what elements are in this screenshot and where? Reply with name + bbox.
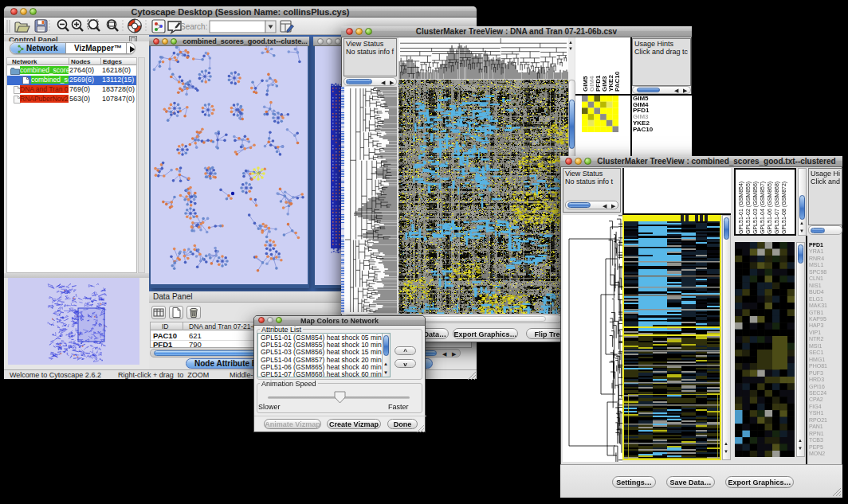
svg-text:GPL51-03 (GSM856): GPL51-03 (GSM856) bbox=[752, 182, 759, 234]
svg-text:GPL51-04 (GSM857): GPL51-04 (GSM857) bbox=[760, 182, 766, 234]
svg-text:GPL51-01 (GSM854): GPL51-01 (GSM854) bbox=[738, 182, 744, 234]
svg-text:GPL51-08 (GSM872): GPL51-08 (GSM872) bbox=[781, 182, 787, 234]
svg-text:GPL51-06 (GSM865): GPL51-06 (GSM865) bbox=[767, 182, 773, 234]
svg-text:GPL51-07 (GSM868): GPL51-07 (GSM868) bbox=[774, 182, 780, 234]
svg-text:GPL51-02 (GSM855): GPL51-02 (GSM855) bbox=[745, 182, 752, 234]
svg-text:PAC10: PAC10 bbox=[614, 71, 621, 92]
svg-text:Search:: Search: bbox=[180, 22, 207, 31]
